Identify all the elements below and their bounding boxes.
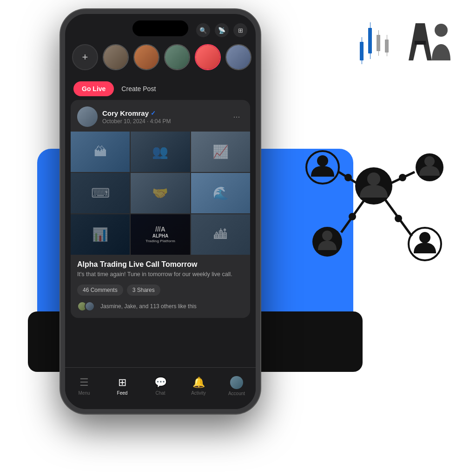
likes-row: Jasmine, Jake, and 113 others like this [71,301,250,318]
grid-cell-9: 🏙 [191,214,250,255]
grid-cell-4: ⌨ [71,173,130,213]
phone-wrapper: 🔍 📡 ⊞ + Go [60,9,260,414]
search-icon[interactable]: 🔍 [196,23,210,37]
go-live-button[interactable]: Go Live [73,81,114,96]
nav-label-account: Account [228,391,245,396]
nav-label-menu: Menu [78,390,90,396]
svg-rect-7 [378,30,379,36]
grid-cell-logo: ///A ALPHA Trading Platform [131,214,190,255]
grid-cell-2: 👥 [131,132,190,172]
svg-point-29 [344,174,352,181]
post-menu-button[interactable]: ··· [230,110,244,124]
svg-rect-0 [360,42,364,60]
svg-point-30 [399,174,406,181]
svg-rect-13 [415,41,426,45]
post-card: Cory Kromray ✓ October 10, 2024 · 4:04 P… [71,100,250,318]
logo-area [355,14,457,74]
post-user-info: Cory Kromray ✓ October 10, 2024 · 4:04 P… [102,109,225,125]
post-username: Cory Kromray ✓ [102,109,225,117]
post-header: Cory Kromray ✓ October 10, 2024 · 4:04 P… [71,100,250,132]
add-story-button[interactable]: + [72,44,98,70]
nav-item-menu[interactable]: ☰ Menu [65,377,103,396]
bottom-nav: ☰ Menu ⊞ Feed 💬 Chat 🔔 Activity Account [65,367,256,409]
action-buttons-row: Go Live Create Post [73,81,158,96]
nav-label-activity: Activity [191,390,206,396]
phone-frame: 🔍 📡 ⊞ + Go [60,9,260,414]
stories-row: + [65,44,256,70]
dynamic-island [132,20,188,36]
activity-icon: 🔔 [192,377,205,389]
svg-rect-9 [385,40,389,53]
plus-icon: + [82,51,88,63]
grid-cell-6: 🌊 [191,173,250,213]
shares-badge[interactable]: 3 Shares [127,284,160,296]
grid-cell-7: 📊 [71,214,130,255]
nav-item-activity[interactable]: 🔔 Activity [179,377,218,396]
menu-icon: ☰ [79,377,89,389]
svg-point-18 [317,155,328,166]
grid-cell-5: 🤝 [131,173,190,213]
top-icons-row: 🔍 📡 ⊞ [196,23,247,37]
story-avatar-5[interactable] [225,44,251,70]
broadcast-icon[interactable]: 📡 [215,23,229,37]
nav-label-feed: Feed [117,390,128,396]
svg-point-22 [322,231,332,241]
post-title: Alpha Trading Live Call Tomorrow [71,255,250,271]
story-avatar-1[interactable] [103,44,129,70]
feed-icon: ⊞ [118,377,126,389]
nav-label-chat: Chat [155,390,165,396]
post-body: It's that time again! Tune in tomorrow f… [71,271,250,284]
grid-icon[interactable]: ⊞ [233,23,247,37]
svg-rect-6 [377,35,380,51]
comments-badge[interactable]: 46 Comments [77,284,123,296]
svg-point-24 [419,232,430,243]
story-avatar-2[interactable] [133,44,159,70]
likes-avatars [77,301,92,311]
svg-point-16 [367,172,380,185]
nav-item-chat[interactable]: 💬 Chat [141,377,179,396]
svg-rect-3 [368,28,372,53]
post-image-grid: 🏔 👥 📈 ⌨ 🤝 🌊 📊 [71,132,250,255]
story-avatar-4[interactable] [195,44,221,70]
grid-cell-1: 🏔 [71,132,130,172]
post-author-avatar [77,106,98,127]
likes-text: Jasmine, Jake, and 113 others like this [100,303,197,310]
network-icon [295,126,453,274]
svg-point-31 [349,213,356,220]
account-avatar [230,376,243,389]
svg-rect-1 [362,37,362,43]
likes-avatar-2 [85,301,95,311]
grid-cell-3: 📈 [191,132,250,172]
svg-point-20 [424,156,435,166]
nav-item-feed[interactable]: ⊞ Feed [103,377,141,396]
post-stats-row: 46 Comments 3 Shares [71,284,250,301]
svg-rect-4 [370,22,370,29]
svg-point-32 [395,215,402,222]
post-date: October 10, 2024 · 4:04 PM [102,118,225,125]
verified-badge: ✓ [151,110,156,117]
chat-icon: 💬 [154,377,167,389]
svg-rect-2 [362,60,362,64]
create-post-button[interactable]: Create Post [119,81,158,96]
svg-rect-8 [378,50,379,56]
svg-rect-11 [387,52,387,56]
grid-logo-text: ///A ALPHA Trading Platform [145,225,175,243]
story-avatar-3[interactable] [164,44,190,70]
nav-item-account[interactable]: Account [218,376,256,396]
svg-rect-10 [387,35,387,40]
svg-rect-5 [370,53,370,59]
svg-point-14 [435,24,448,37]
